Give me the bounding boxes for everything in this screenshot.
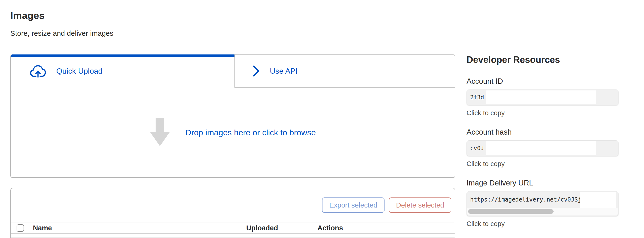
account-hash-field[interactable]: cv0J [466,140,618,156]
cloud-upload-icon [30,64,46,78]
upload-dropzone[interactable]: Drop images here or click to browse [10,88,455,178]
page-subtitle: Store, resize and deliver images [10,29,114,37]
table-header-row: Name Uploaded Actions [11,222,455,234]
image-delivery-url-label: Image Delivery URL [466,179,618,187]
account-hash-copy-hint: Click to copy [466,160,618,168]
column-header-name: Name [33,224,52,232]
export-selected-button[interactable]: Export selected [322,197,384,213]
delete-selected-button[interactable]: Delete selected [389,197,452,213]
redaction-overlay [486,141,596,155]
tab-use-api-label: Use API [270,67,298,76]
tab-bar: Quick Upload Use API [10,54,455,88]
account-id-copy-hint: Click to copy [466,109,618,117]
tab-quick-upload-label: Quick Upload [56,67,102,76]
arrow-down-icon [150,118,170,147]
account-hash-value: cv0J [467,145,484,152]
account-id-label: Account ID [466,77,618,86]
tab-use-api[interactable]: Use API [234,54,455,88]
active-tab-indicator [11,54,234,57]
chevron-right-icon [252,65,260,77]
developer-resources-panel: Developer Resources Account ID 2f3d Clic… [466,55,618,238]
tab-quick-upload[interactable]: Quick Upload [10,54,234,88]
page-title: Images [10,10,45,21]
sidebar-title: Developer Resources [466,55,618,65]
column-header-uploaded: Uploaded [246,224,278,232]
image-delivery-url-copy-hint: Click to copy [466,220,618,228]
redaction-overlay [486,91,596,104]
images-table-card: Export selected Delete selected Name Upl… [10,188,455,238]
dropzone-label: Drop images here or click to browse [186,128,316,137]
account-id-value: 2f3d [467,94,484,101]
image-delivery-url-value: https://imagedelivery.net/cv0JSj [467,196,581,203]
column-header-actions: Actions [318,224,343,232]
scrollbar-thumb[interactable] [468,209,554,214]
account-id-field[interactable]: 2f3d [466,90,618,105]
horizontal-scrollbar [467,208,618,216]
select-all-checkbox[interactable] [16,224,24,232]
image-delivery-url-field[interactable]: https://imagedelivery.net/cv0JSj [466,191,618,216]
table-toolbar: Export selected Delete selected [11,188,455,222]
account-hash-label: Account hash [466,128,618,136]
